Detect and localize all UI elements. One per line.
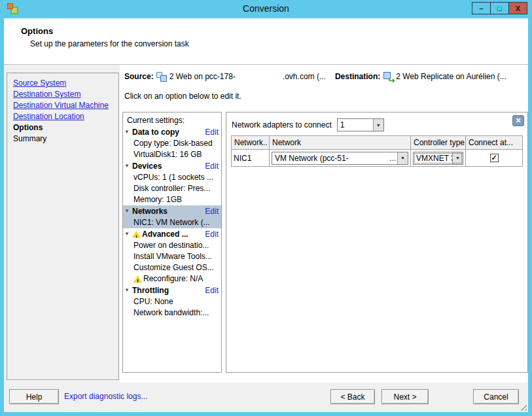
current-settings-panel: Current settings: ▼ Data to copy Edit Co… <box>122 112 222 373</box>
edit-devices-link[interactable]: Edit <box>205 160 219 172</box>
col-header-network-short: Network.. <box>232 136 270 150</box>
settings-section-devices[interactable]: ▼ Devices Edit <box>123 160 221 172</box>
edit-throttling-link[interactable]: Edit <box>205 285 219 296</box>
adapter-count-label: Network adapters to connect <box>232 120 332 130</box>
minimize-button[interactable]: – <box>472 2 491 14</box>
panel-close-icon: ✕ <box>515 116 521 125</box>
setting-install-tools[interactable]: Install VMware Tools... <box>123 251 221 262</box>
col-header-network: Network <box>270 136 411 150</box>
minimize-icon: – <box>479 5 483 12</box>
panel-close-button[interactable]: ✕ <box>512 115 524 126</box>
collapse-arrow-icon[interactable]: ▼ <box>124 205 132 217</box>
chevron-down-icon[interactable]: ▼ <box>452 152 463 164</box>
next-button[interactable]: Next > <box>381 389 429 404</box>
chevron-down-icon[interactable]: ▼ <box>373 119 383 131</box>
col-header-controller-type: Controller type <box>411 136 466 150</box>
table-row: NIC1 VM Network (pcc-51- ... ▼ VMXNET 3 … <box>232 150 522 167</box>
window-body: Options Set up the parameters for the co… <box>4 18 528 412</box>
setting-power-on[interactable]: Power on destinatio... <box>123 240 221 251</box>
collapse-arrow-icon[interactable]: ▼ <box>124 160 132 172</box>
close-icon: X <box>516 5 520 12</box>
network-adapters-table: Network.. Network Controller type Connec… <box>231 135 523 167</box>
warning-icon <box>132 231 141 238</box>
maximize-icon: □ <box>497 5 502 12</box>
maximize-button[interactable]: □ <box>490 2 509 14</box>
wizard-header: Options Set up the parameters for the co… <box>4 18 528 65</box>
wizard-steps-sidebar: Source System Destination System Destina… <box>7 73 119 380</box>
page-subtitle: Set up the parameters for the conversion… <box>30 39 189 48</box>
settings-section-data-to-copy[interactable]: ▼ Data to copy Edit <box>123 126 221 138</box>
destination-value: 2 Web Replicate on Aurélien (... <box>396 72 506 81</box>
settings-section-throttling[interactable]: ▼ Throttling Edit <box>123 285 221 296</box>
setting-nic1[interactable]: NIC1: VM Network (... <box>123 217 221 228</box>
settings-section-networks[interactable]: ▼ Networks Edit <box>123 205 221 217</box>
setting-vcpus[interactable]: vCPUs: 1 (1 sockets ... <box>123 172 221 183</box>
source-value-suffix: .ovh.com (... <box>283 72 326 81</box>
conversion-window: Conversion – □ X Options Set up the para… <box>0 0 532 416</box>
setting-disk-controller[interactable]: Disk controller: Pres... <box>123 183 221 194</box>
warning-icon <box>133 275 142 283</box>
setting-cpu[interactable]: CPU: None <box>123 296 221 307</box>
sidebar-item-source-system[interactable]: Source System <box>13 78 113 89</box>
footer-bar: Help Export diagnostic logs... < Back Ne… <box>4 383 528 412</box>
checkmark-icon: ✓ <box>491 154 497 162</box>
settings-section-advanced[interactable]: ▼ Advanced ... Edit <box>123 228 221 240</box>
cell-nic-name: NIC1 <box>232 150 270 167</box>
table-header-row: Network.. Network Controller type Connec… <box>232 136 522 150</box>
edit-advanced-link[interactable]: Edit <box>205 228 219 240</box>
setting-memory[interactable]: Memory: 1GB <box>123 194 221 205</box>
setting-reconfigure[interactable]: Reconfigure: N/A <box>123 273 221 285</box>
resize-grip[interactable] <box>518 402 527 411</box>
back-button[interactable]: < Back <box>330 389 375 404</box>
destination-vm-icon: ↪ <box>383 72 393 82</box>
col-header-connect-at: Connect at... <box>466 136 522 150</box>
page-title: Options <box>21 26 53 36</box>
setting-copy-type[interactable]: Copy type: Disk-based <box>123 138 221 149</box>
sidebar-item-destination-location[interactable]: Destination Location <box>13 111 113 122</box>
source-value-prefix: 2 Web on pcc-178- <box>169 72 236 81</box>
sidebar-item-destination-system[interactable]: Destination System <box>13 89 113 100</box>
chevron-down-icon[interactable]: ▼ <box>397 152 408 164</box>
sidebar-item-destination-virtual-machine[interactable]: Destination Virtual Machine <box>13 100 113 111</box>
network-select[interactable]: VM Network (pcc-51- ... ▼ <box>272 152 408 165</box>
edit-data-to-copy-link[interactable]: Edit <box>205 126 219 138</box>
adapter-count-select[interactable]: 1 ▼ <box>337 118 384 131</box>
window-title: Conversion <box>0 3 532 14</box>
close-button[interactable]: X <box>508 2 527 14</box>
titlebar: Conversion – □ X <box>0 0 532 18</box>
collapse-arrow-icon[interactable]: ▼ <box>124 126 132 138</box>
source-label: Source: <box>124 72 154 81</box>
sidebar-item-options[interactable]: Options <box>13 122 113 133</box>
controller-type-select[interactable]: VMXNET 3 ▼ <box>413 152 463 165</box>
edit-networks-link[interactable]: Edit <box>205 205 219 217</box>
collapse-arrow-icon[interactable]: ▼ <box>124 228 132 240</box>
sidebar-item-summary[interactable]: Summary <box>13 133 113 145</box>
network-adapters-panel: Network adapters to connect 1 ▼ ✕ Networ… <box>226 112 528 373</box>
collapse-arrow-icon[interactable]: ▼ <box>124 285 132 296</box>
help-button[interactable]: Help <box>9 389 59 404</box>
export-diagnostic-logs-link[interactable]: Export diagnostic logs... <box>64 392 147 401</box>
edit-hint: Click on an option below to edit it. <box>124 92 241 101</box>
setting-network-bandwidth[interactable]: Network bandwidth:... <box>123 307 221 319</box>
source-vm-icon <box>156 72 167 82</box>
setting-virtualdisk1[interactable]: VirtualDisk1: 16 GB <box>123 149 221 160</box>
cancel-button[interactable]: Cancel <box>473 389 519 404</box>
setting-customize-os[interactable]: Customize Guest OS... <box>123 262 221 273</box>
destination-label: Destination: <box>335 72 380 81</box>
current-settings-title: Current settings: <box>123 115 221 126</box>
connect-at-power-on-checkbox[interactable]: ✓ <box>490 154 499 162</box>
source-destination-bar: Source: 2 Web on pcc-178- .ovh.com (... … <box>124 71 506 82</box>
